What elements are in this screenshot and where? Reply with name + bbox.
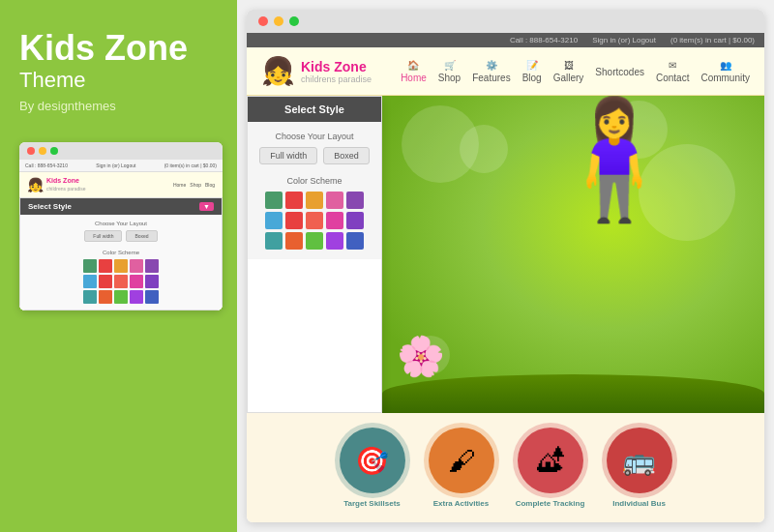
site-topbar-call: Call : 888-654-3210 — [510, 36, 578, 44]
site-nav-item-community[interactable]: 👥Community — [700, 60, 750, 83]
ss-header-label: Select Style — [284, 103, 344, 115]
grass-area — [382, 374, 764, 413]
mini-logo-icon: 👧 — [27, 177, 44, 192]
main-min-dot[interactable] — [274, 16, 283, 26]
bokeh-2 — [460, 125, 508, 173]
brand-by: By designthemes — [19, 99, 218, 113]
main-browser-bar — [247, 10, 764, 33]
right-panel: Call : 888-654-3210 Sign in (or) Logout … — [237, 0, 774, 532]
mini-color-grid — [28, 259, 214, 304]
nav-icon: 🖼 — [564, 60, 574, 71]
ss-color-swatch[interactable] — [285, 232, 303, 250]
ss-color-swatch[interactable] — [346, 192, 364, 209]
ss-color-swatch[interactable] — [346, 212, 364, 229]
ss-color-swatch[interactable] — [326, 232, 343, 250]
girl-figure: 🧍‍♀️ — [542, 101, 687, 217]
ss-color-swatch[interactable] — [265, 212, 283, 229]
feature-label-3: Individual Bus — [612, 499, 666, 508]
mini-nav: Home Shop Blog — [173, 182, 215, 188]
mini-min-dot — [39, 147, 46, 155]
ss-color-swatch[interactable] — [285, 192, 303, 209]
ss-layout-title: Choose Your Layout — [257, 132, 372, 141]
mini-color-swatch[interactable] — [99, 290, 112, 304]
mini-color-swatch[interactable] — [83, 259, 97, 273]
site-header: 👧 Kids Zone childrens paradise 🏠Home🛒Sho… — [247, 47, 764, 96]
main-content: Call : 888-654-3210 Sign in (or) Logout … — [247, 33, 764, 522]
site-logo-icon: 👧 — [261, 55, 295, 87]
site-nav-item-shortcodes[interactable]: Shortcodes — [595, 65, 644, 77]
hero-area: 🌸 🧍‍♀️ — [382, 96, 764, 413]
main-close-dot[interactable] — [258, 16, 268, 26]
site-nav-item-features[interactable]: ⚙️Features — [472, 60, 510, 83]
mini-close-dot — [27, 147, 35, 155]
site-topbar-sign: Sign in (or) Logout — [592, 36, 656, 44]
site-logo-text: Kids Zone — [301, 59, 372, 74]
mini-select-style-header: Select Style ▼ — [20, 198, 222, 215]
mini-color-label: Color Scheme — [28, 250, 214, 255]
mini-color-swatch[interactable] — [145, 259, 159, 273]
ss-color-swatch[interactable] — [346, 232, 364, 250]
site-logo: 👧 Kids Zone childrens paradise — [261, 55, 372, 87]
site-nav-item-home[interactable]: 🏠Home — [401, 60, 427, 83]
ss-color-swatch[interactable] — [306, 192, 323, 209]
nav-icon: 📝 — [526, 60, 538, 71]
mini-dropdown-arrow[interactable]: ▼ — [199, 202, 214, 211]
site-nav-item-shop[interactable]: 🛒Shop — [438, 60, 461, 83]
mini-color-swatch[interactable] — [83, 275, 97, 288]
mini-layout-label: Choose Your Layout — [28, 221, 214, 226]
site-topbar: Call : 888-654-3210 Sign in (or) Logout … — [247, 33, 764, 47]
mini-fullwidth-btn[interactable]: Full width — [84, 230, 122, 242]
ss-color-swatch[interactable] — [326, 192, 343, 209]
nav-icon: 🛒 — [444, 60, 456, 71]
nav-icon: ⚙️ — [486, 60, 497, 71]
mini-color-swatch[interactable] — [145, 275, 159, 288]
nav-icon: 🏠 — [407, 60, 419, 71]
mini-color-swatch[interactable] — [114, 259, 128, 273]
site-nav-item-blog[interactable]: 📝Blog — [522, 60, 542, 83]
mini-layout-buttons: Full width Boxed — [28, 230, 214, 242]
mini-color-swatch[interactable] — [83, 290, 97, 304]
ss-layout-buttons: Full width Boxed — [257, 147, 372, 164]
mini-topbar-sign: Sign in (or) Logout — [96, 163, 135, 168]
feature-label-0: Target Skillsets — [343, 499, 401, 508]
mini-max-dot — [50, 147, 58, 155]
features-row: 🎯 Target Skillsets 🖌 Extra Activities 🏕 … — [247, 413, 764, 522]
mini-boxed-btn[interactable]: Boxed — [126, 230, 157, 242]
ss-color-grid — [257, 192, 372, 250]
ss-color-swatch[interactable] — [265, 192, 283, 209]
select-style-overlay: Select Style Choose Your Layout Full wid… — [247, 96, 764, 413]
mini-logo-text: Kids Zone — [46, 177, 86, 185]
mini-browser-bar — [19, 142, 223, 160]
ss-color-swatch[interactable] — [285, 212, 303, 229]
hero-bg: 🌸 🧍‍♀️ — [382, 96, 764, 413]
mini-color-swatch[interactable] — [145, 290, 159, 304]
mini-color-swatch[interactable] — [130, 275, 143, 288]
mini-color-swatch[interactable] — [99, 275, 112, 288]
mini-select-style-label: Select Style — [28, 202, 72, 211]
site-nav: 🏠Home🛒Shop⚙️Features📝Blog🖼GalleryShortco… — [401, 60, 750, 83]
mini-color-swatch[interactable] — [130, 290, 143, 304]
mini-color-swatch[interactable] — [130, 259, 143, 273]
ss-color-swatch[interactable] — [326, 212, 343, 229]
mini-color-swatch[interactable] — [114, 275, 128, 288]
site-nav-item-gallery[interactable]: 🖼Gallery — [553, 60, 584, 83]
ss-color-swatch[interactable] — [306, 232, 323, 250]
mini-header: 👧 Kids Zone childrens paradise Home Shop… — [19, 172, 223, 197]
mini-topbar: Call : 888-654-3210 Sign in (or) Logout … — [19, 160, 223, 172]
left-panel: Kids Zone Theme By designthemes Call : 8… — [0, 0, 237, 532]
site-nav-item-contact[interactable]: ✉Contact — [656, 60, 689, 83]
mini-browser-content: Call : 888-654-3210 Sign in (or) Logout … — [19, 160, 223, 310]
mini-color-swatch[interactable] — [99, 259, 112, 273]
flower-decoration: 🌸 — [397, 334, 445, 379]
ss-color-swatch[interactable] — [265, 232, 283, 250]
ss-boxed-btn[interactable]: Boxed — [323, 147, 370, 164]
ss-fullwidth-btn[interactable]: Full width — [259, 147, 317, 164]
main-max-dot[interactable] — [289, 16, 299, 26]
feature-circle-3: 🚌 — [607, 428, 672, 493]
mini-color-swatch[interactable] — [114, 290, 128, 304]
mini-panel-body: Choose Your Layout Full width Boxed Colo… — [20, 215, 222, 310]
ss-body: Choose Your Layout Full width Boxed Colo… — [248, 122, 381, 259]
select-style-panel: Select Style Choose Your Layout Full wid… — [247, 96, 382, 413]
site-topbar-cart: (0 item(s) in cart | $0.00) — [670, 36, 755, 44]
ss-color-swatch[interactable] — [306, 212, 323, 229]
